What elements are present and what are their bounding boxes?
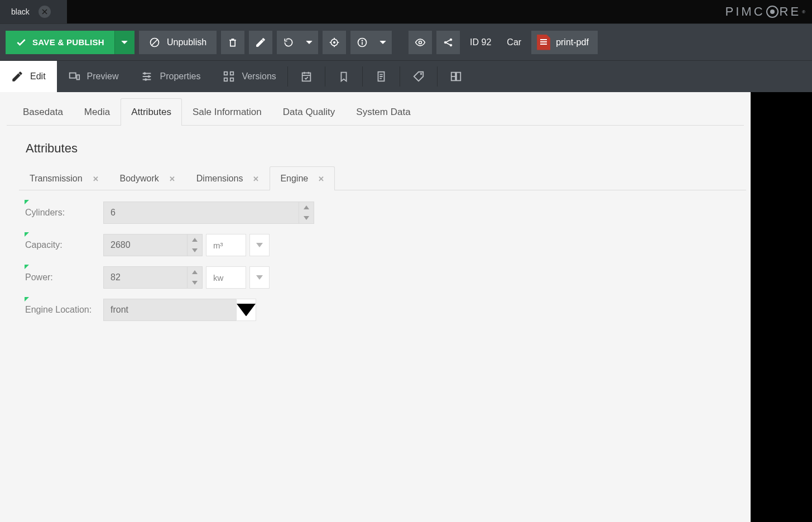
power-unit-dropdown[interactable] — [249, 266, 270, 289]
spinner-up-icon[interactable] — [188, 267, 202, 277]
target-button[interactable] — [323, 31, 346, 54]
tab-sale-information[interactable]: Sale Information — [182, 98, 272, 126]
svg-rect-18 — [302, 73, 310, 82]
capacity-input[interactable] — [103, 234, 187, 256]
svg-point-2 — [333, 41, 335, 43]
close-icon[interactable] — [39, 6, 51, 18]
unpublish-button[interactable]: Unpublish — [139, 31, 217, 54]
subtab-dimensions[interactable]: Dimensions ✕ — [186, 166, 270, 190]
tab-bookmark[interactable] — [325, 61, 362, 92]
close-icon[interactable]: ✕ — [318, 175, 324, 183]
tab-dependencies[interactable] — [438, 61, 474, 92]
tab-preview-label: Preview — [87, 71, 119, 82]
share-button[interactable] — [436, 31, 460, 54]
info-dropdown[interactable] — [374, 31, 392, 54]
reload-button[interactable] — [277, 31, 300, 54]
close-icon[interactable]: ✕ — [93, 175, 99, 183]
svg-point-20 — [420, 73, 422, 75]
save-publish-label: SAVE & PUBLISH — [32, 37, 104, 47]
close-icon[interactable]: ✕ — [169, 175, 175, 183]
subtab-transmission-label: Transmission — [30, 174, 83, 184]
subtab-engine[interactable]: Engine ✕ — [270, 166, 335, 190]
content-area: Basedata Media Attributes Sale Informati… — [0, 92, 812, 522]
rename-button[interactable] — [249, 31, 272, 54]
brand-logo: PIMCRE® — [725, 0, 805, 23]
spinner-up-icon[interactable] — [299, 202, 314, 213]
svg-point-7 — [450, 39, 452, 41]
tab-system-data[interactable]: System Data — [345, 98, 421, 126]
unpublish-label: Unpublish — [167, 37, 206, 47]
preview-eye-button[interactable] — [409, 31, 432, 54]
tab-media[interactable]: Media — [74, 98, 121, 126]
subtab-transmission[interactable]: Transmission ✕ — [19, 166, 109, 190]
spinner-up-icon[interactable] — [188, 234, 202, 245]
tab-basedata[interactable]: Basedata — [12, 98, 74, 126]
cylinders-label: Cylinders: — [25, 208, 103, 218]
engine-form: Cylinders: Capacity: — [0, 190, 391, 321]
close-icon[interactable]: ✕ — [253, 175, 259, 183]
main-toolbar: SAVE & PUBLISH Unpublish — [0, 23, 812, 60]
tab-edit-label: Edit — [30, 71, 46, 82]
svg-rect-15 — [230, 72, 234, 75]
capacity-unit-dropdown[interactable] — [249, 234, 270, 256]
power-label: Power: — [25, 272, 103, 282]
svg-point-13 — [145, 79, 147, 81]
power-input[interactable] — [103, 266, 187, 289]
engine-location-select[interactable] — [103, 299, 236, 321]
svg-point-6 — [444, 41, 446, 44]
tab-tags[interactable] — [400, 61, 437, 92]
tab-properties-label: Properties — [160, 71, 200, 82]
cylinders-input[interactable] — [103, 202, 299, 224]
attribute-subtabs: Transmission ✕ Bodywork ✕ Dimensions ✕ E… — [19, 166, 746, 190]
capacity-label: Capacity: — [25, 240, 103, 250]
svg-point-5 — [419, 41, 422, 44]
svg-rect-16 — [224, 78, 228, 82]
svg-rect-10 — [76, 75, 79, 79]
power-unit: kw — [206, 266, 246, 289]
subtab-bodywork[interactable]: Bodywork ✕ — [109, 166, 186, 190]
svg-point-8 — [450, 44, 452, 46]
svg-rect-17 — [230, 78, 234, 82]
tab-properties[interactable]: Properties — [129, 61, 212, 92]
pdf-icon — [537, 35, 550, 50]
svg-rect-9 — [69, 73, 75, 78]
reload-dropdown[interactable] — [300, 31, 318, 54]
editor-tabbar: Edit Preview Properties Versions — [0, 60, 812, 92]
subtab-bodywork-label: Bodywork — [120, 174, 159, 184]
tab-edit[interactable]: Edit — [0, 61, 57, 92]
tab-versions-label: Versions — [242, 71, 276, 82]
tab-schedule[interactable] — [288, 61, 325, 92]
svg-point-12 — [148, 75, 150, 78]
subtab-engine-label: Engine — [280, 174, 308, 184]
object-class-label: Car — [501, 31, 527, 54]
document-tab-title: black — [11, 7, 30, 16]
print-pdf-button[interactable]: print-pdf — [531, 31, 598, 54]
spinner-down-icon[interactable] — [188, 277, 202, 288]
save-publish-dropdown[interactable] — [114, 31, 134, 54]
document-tabstrip: black PIMCRE® — [0, 0, 812, 23]
capacity-unit: m³ — [206, 234, 246, 256]
tab-notes[interactable] — [363, 61, 400, 92]
spinner-down-icon[interactable] — [188, 245, 202, 256]
document-tab[interactable]: black — [0, 0, 67, 23]
info-button[interactable] — [350, 31, 374, 54]
print-pdf-label: print-pdf — [556, 37, 589, 47]
delete-button[interactable] — [221, 31, 244, 54]
svg-point-4 — [362, 40, 363, 41]
subtab-dimensions-label: Dimensions — [196, 174, 243, 184]
object-id-label: ID 92 — [464, 31, 497, 54]
tab-attributes[interactable]: Attributes — [121, 98, 182, 126]
engine-location-dropdown[interactable] — [236, 299, 256, 321]
save-publish-button[interactable]: SAVE & PUBLISH — [6, 31, 114, 54]
tab-versions[interactable]: Versions — [212, 61, 287, 92]
engine-location-label: Engine Location: — [25, 305, 103, 315]
spinner-down-icon[interactable] — [299, 213, 314, 223]
section-title: Attributes — [0, 126, 751, 159]
svg-rect-22 — [457, 73, 460, 81]
svg-point-11 — [144, 73, 146, 75]
object-tabs: Basedata Media Attributes Sale Informati… — [7, 92, 744, 126]
tab-preview[interactable]: Preview — [57, 61, 130, 92]
svg-rect-14 — [224, 72, 228, 75]
tab-data-quality[interactable]: Data Quality — [272, 98, 346, 126]
